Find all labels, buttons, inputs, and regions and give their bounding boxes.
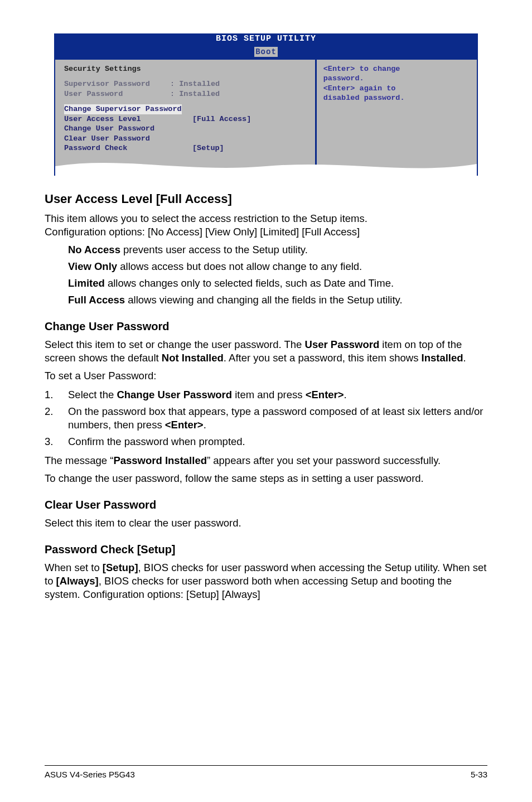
- paragraph: This item allows you to select the acces…: [45, 212, 487, 239]
- bios-help-line: disabled password.: [323, 93, 470, 103]
- bios-title: BIOS SETUP UTILITY: [54, 33, 478, 44]
- bios-left-panel: Security Settings Supervisor Password: I…: [55, 60, 317, 176]
- bios-row-change-user[interactable]: Change User Password: [64, 124, 308, 134]
- bios-row-user: User Password: Installed: [64, 89, 308, 99]
- paragraph: Select this item to clear the user passw…: [45, 516, 487, 530]
- bios-tabrow: Boot: [54, 44, 478, 60]
- heading-change-user-password: Change User Password: [45, 319, 487, 334]
- page-footer: ASUS V4-Series P5G43 5-33: [45, 765, 487, 780]
- bios-row-user-access-level[interactable]: User Access Level[Full Access]: [64, 114, 308, 124]
- heading-password-check: Password Check [Setup]: [45, 542, 487, 557]
- option-full-access: Full Access allows viewing and changing …: [68, 293, 487, 307]
- bios-row-clear-user[interactable]: Clear User Password: [64, 134, 308, 144]
- bios-tab-boot[interactable]: Boot: [254, 47, 278, 57]
- bios-help-line: password.: [323, 74, 470, 84]
- footer-left: ASUS V4-Series P5G43: [45, 769, 135, 780]
- option-no-access: No Access prevents user access to the Se…: [68, 243, 487, 257]
- bios-right-panel: <Enter> to change password. <Enter> agai…: [317, 60, 477, 176]
- footer-right: 5-33: [471, 769, 487, 780]
- bios-row-password-check[interactable]: Password Check[Setup]: [64, 143, 308, 153]
- list-item: 1. Select the Change User Password item …: [45, 388, 487, 402]
- bios-row-supervisor: Supervisor Password: Installed: [64, 79, 308, 89]
- bios-help-line: <Enter> again to: [323, 84, 470, 94]
- bios-screenshot: BIOS SETUP UTILITY Boot Security Setting…: [54, 33, 478, 176]
- option-limited: Limited allows changes only to selected …: [68, 277, 487, 290]
- paragraph: When set to [Setup], BIOS checks for use…: [45, 561, 487, 601]
- paragraph: To set a User Password:: [45, 369, 487, 383]
- option-view-only: View Only allows access but does not all…: [68, 260, 487, 273]
- heading-user-access-level: User Access Level [Full Access]: [45, 191, 487, 207]
- list-item: 2. On the password box that appears, typ…: [45, 405, 487, 432]
- paragraph: Select this item to set or change the us…: [45, 338, 487, 365]
- list-item: 3. Confirm the password when prompted.: [45, 435, 487, 448]
- bios-help-line: <Enter> to change: [323, 64, 470, 74]
- paragraph: The message “Password Installed” appears…: [45, 454, 487, 467]
- steps-list: 1. Select the Change User Password item …: [45, 388, 487, 448]
- bios-section-title: Security Settings: [64, 64, 308, 74]
- bios-row-change-supervisor[interactable]: Change Supervisor Password: [64, 104, 182, 114]
- heading-clear-user-password: Clear User Password: [45, 497, 487, 512]
- paragraph: To change the user password, follow the …: [45, 472, 487, 485]
